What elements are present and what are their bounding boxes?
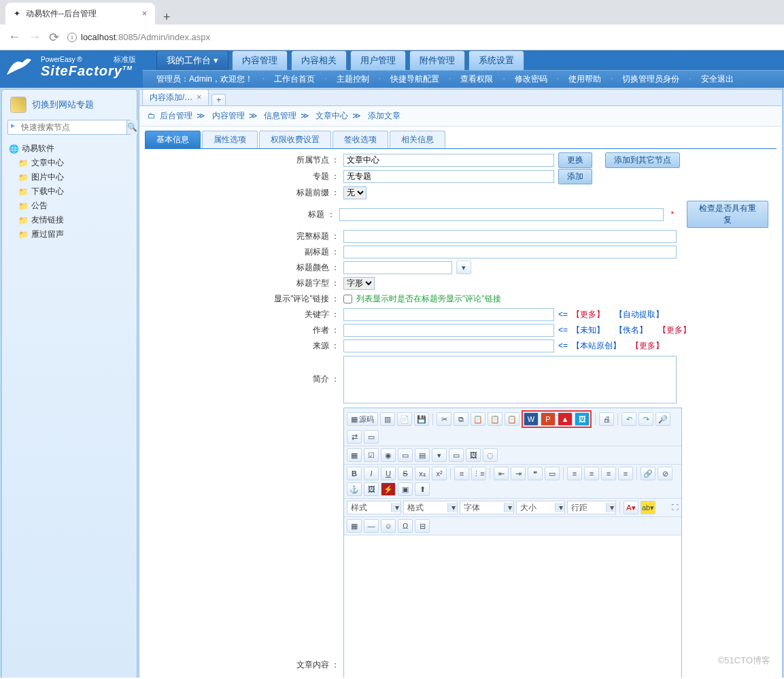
browser-tab[interactable]: ✦ 动易软件--后台管理 × — [5, 3, 155, 24]
copy-icon[interactable]: ⧉ — [454, 412, 468, 426]
triangle-icon[interactable]: ▸ — [8, 120, 18, 134]
paste-icon[interactable]: 📋 — [471, 412, 485, 426]
check-dup-button[interactable]: 检查是否具有重复 — [687, 201, 768, 228]
pagebreak-icon[interactable]: ⊟ — [415, 519, 430, 533]
preview-icon[interactable]: ▥ — [380, 412, 395, 426]
upload-icon[interactable]: ⬆ — [415, 482, 430, 496]
switch-topic[interactable]: 切换到网站专题 — [32, 99, 94, 111]
tree-node[interactable]: 📁文章中心 — [7, 156, 131, 170]
tab-fee[interactable]: 权限收费设置 — [259, 131, 331, 148]
indent-icon[interactable]: ⇥ — [511, 467, 526, 480]
ol-icon[interactable]: ≡ — [454, 467, 469, 480]
new-tab-button[interactable]: + — [156, 10, 177, 24]
close-icon[interactable]: × — [142, 9, 147, 18]
src-more-link[interactable]: 【更多】 — [631, 340, 664, 352]
text-color-icon[interactable]: A▾ — [624, 501, 638, 514]
sm-perm[interactable]: 查看权限 — [460, 73, 493, 85]
menu-system[interactable]: 系统设置 — [468, 50, 524, 70]
tab-attr[interactable]: 属性选项 — [202, 131, 258, 148]
outdent-icon[interactable]: ⇤ — [494, 467, 509, 480]
italic-button[interactable]: I — [364, 467, 379, 480]
keywords-field[interactable] — [343, 308, 554, 321]
pdf-icon[interactable]: ▲ — [558, 412, 573, 426]
menu-content[interactable]: 内容管理 — [232, 50, 288, 70]
undo-icon[interactable]: ↶ — [621, 412, 636, 426]
tree-root[interactable]: 🌐动易软件 — [7, 142, 131, 156]
kw-auto-link[interactable]: 【自动提取】 — [615, 309, 664, 320]
bold-button[interactable]: B — [347, 467, 362, 480]
source-button[interactable]: ▦ 源码 — [347, 412, 378, 426]
doc-tab[interactable]: 内容添加/…× — [142, 89, 209, 105]
table-icon[interactable]: ▦ — [347, 519, 362, 533]
strike-button[interactable]: S — [398, 467, 413, 480]
search-input[interactable] — [18, 120, 126, 134]
title-field[interactable] — [339, 208, 664, 221]
paste-text-icon[interactable]: 📋 — [488, 412, 502, 426]
radio-icon[interactable]: ◉ — [381, 448, 396, 462]
size-select[interactable]: 大小▾ — [516, 501, 565, 514]
forward-button[interactable]: → — [29, 30, 41, 44]
add-other-node-button[interactable]: 添加到其它节点 — [605, 152, 680, 168]
subscript-icon[interactable]: x₂ — [415, 467, 430, 480]
author-field[interactable] — [343, 324, 554, 337]
sm-shortcut[interactable]: 快捷导航配置 — [390, 73, 439, 85]
unlink-icon[interactable]: ⊘ — [658, 467, 672, 480]
media-icon[interactable]: ▣ — [398, 482, 413, 496]
font-select[interactable]: 字体▾ — [460, 501, 514, 514]
tree-node[interactable]: 📁图片中心 — [7, 170, 131, 184]
sm-switch[interactable]: 切换管理员身份 — [622, 73, 679, 85]
sm-pwd[interactable]: 修改密码 — [515, 73, 547, 85]
tab-rel[interactable]: 相关信息 — [390, 131, 445, 148]
menu-workbench[interactable]: 我的工作台 ▾ — [156, 50, 228, 70]
auth-anon-link[interactable]: 【佚名】 — [615, 325, 647, 336]
font-select[interactable]: 字形 — [343, 277, 375, 290]
text-icon[interactable]: ▭ — [398, 448, 413, 462]
checkbox-icon[interactable]: ☑ — [364, 448, 379, 462]
ul-icon[interactable]: ⋮≡ — [471, 467, 486, 480]
align-center-icon[interactable]: ≡ — [584, 467, 599, 480]
print-icon[interactable]: 🖨 — [599, 412, 614, 426]
sm-theme[interactable]: 主题控制 — [337, 73, 369, 85]
redo-icon[interactable]: ↷ — [638, 412, 653, 426]
quote-icon[interactable]: ❝ — [528, 467, 543, 480]
ppt-icon[interactable]: P — [541, 412, 556, 426]
hr-icon[interactable]: — — [364, 519, 379, 533]
format-select[interactable]: 格式▾ — [403, 501, 458, 514]
image-button-icon[interactable]: 🖼 — [466, 448, 481, 462]
hidden-icon[interactable]: ◌ — [483, 448, 498, 462]
sm-home[interactable]: 工作台首页 — [274, 73, 315, 85]
sm-exit[interactable]: 安全退出 — [701, 73, 734, 85]
align-right-icon[interactable]: ≡ — [601, 467, 616, 480]
style-select[interactable]: 样式▾ — [347, 501, 401, 514]
paste-word-icon[interactable]: 📋 — [505, 412, 519, 426]
find-icon[interactable]: 🔎 — [655, 412, 670, 426]
add-tab-button[interactable]: + — [211, 94, 226, 105]
tree-node[interactable]: 📁雁过留声 — [7, 227, 131, 242]
lineheight-select[interactable]: 行距▾ — [567, 501, 616, 514]
menu-related[interactable]: 内容相关 — [291, 50, 347, 70]
smiley-icon[interactable]: ☺ — [381, 519, 396, 533]
auth-more-link[interactable]: 【更多】 — [658, 325, 691, 336]
newpage-icon[interactable]: 📄 — [397, 412, 412, 426]
align-justify-icon[interactable]: ≡ — [618, 467, 633, 480]
flash-icon[interactable]: ⚡ — [381, 482, 396, 496]
replace-icon[interactable]: ⇄ — [347, 430, 362, 444]
add-topic-button[interactable]: 添加 — [558, 169, 592, 184]
prefix-select[interactable]: 无 — [343, 186, 367, 199]
align-left-icon[interactable]: ≡ — [567, 467, 582, 480]
color-field[interactable] — [343, 261, 452, 274]
auth-unknown-link[interactable]: 【未知】 — [572, 325, 604, 336]
sm-help[interactable]: 使用帮助 — [568, 73, 601, 85]
special-char-icon[interactable]: Ω — [398, 519, 413, 533]
address-bar[interactable]: i localhost:8085/Admin/index.aspx — [67, 32, 210, 42]
maximize-icon[interactable]: ⛶ — [672, 503, 679, 511]
menu-attach[interactable]: 附件管理 — [409, 50, 465, 70]
link-icon[interactable]: 🔗 — [641, 467, 655, 480]
anchor-icon[interactable]: ⚓ — [347, 482, 362, 496]
image-doc-icon[interactable]: 🖼 — [575, 412, 590, 426]
button-icon[interactable]: ▭ — [449, 448, 464, 462]
close-icon[interactable]: × — [197, 93, 201, 102]
subtitle-field[interactable] — [343, 246, 677, 259]
word-icon[interactable]: W — [524, 412, 539, 426]
select-icon[interactable]: ▾ — [432, 448, 447, 462]
